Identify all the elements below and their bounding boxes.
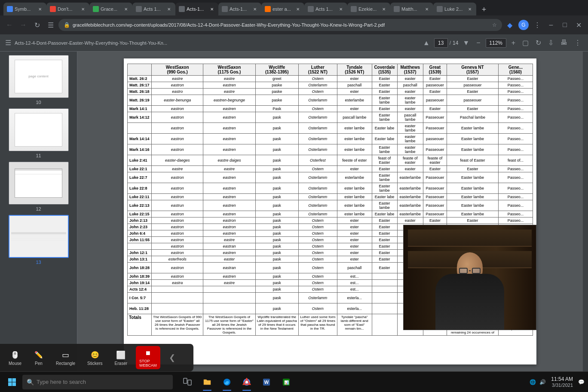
tab-close-6[interactable]: ✕ (252, 6, 258, 12)
taskbar-app-chrome[interactable] (237, 373, 256, 392)
fit-page-button[interactable]: ▢ (521, 38, 530, 48)
taskbar-search-box[interactable]: 🔍 Type here to search (22, 375, 173, 389)
tab-close-1[interactable]: ✕ (37, 6, 43, 12)
zoom-in-button[interactable]: + (510, 38, 517, 48)
taskbar-app-taskview[interactable] (178, 373, 197, 392)
tab-close-5[interactable]: ✕ (209, 6, 215, 12)
ws1175-cell: eastre daiges (203, 155, 255, 166)
tab-title-3: Grace... (101, 6, 121, 12)
gr-cell: Passeouer (423, 183, 447, 194)
zoom-out-button[interactable]: − (475, 38, 482, 48)
thumbnail-12[interactable]: 12 (3, 162, 74, 211)
gr-cell: Easter (423, 76, 447, 82)
taskbar-app-word[interactable]: W (257, 373, 276, 392)
ws990-cell: eastro (152, 89, 203, 95)
taskbar-app-other[interactable]: 📊 (277, 373, 296, 392)
windows-logo-icon (8, 378, 16, 386)
word-icon: W (262, 378, 271, 386)
tab-10[interactable]: Matth... ✕ (390, 3, 433, 15)
maximize-button[interactable]: □ (559, 19, 571, 31)
star-icon[interactable]: ☆ (492, 22, 497, 28)
taskbar-app-edge[interactable] (217, 373, 236, 392)
back-button[interactable]: ← (3, 19, 15, 31)
account-button[interactable]: G (518, 19, 530, 31)
notification-area[interactable]: 🌐 🔊 (530, 379, 546, 385)
zoom-input[interactable] (486, 38, 506, 48)
rotation-button[interactable]: ↻ (534, 38, 543, 48)
ma-cell: easterlambe (397, 183, 423, 194)
tab-close-2[interactable]: ✕ (80, 6, 86, 12)
sidebar-toggle-button[interactable]: ☰ (5, 39, 11, 47)
tab-7[interactable]: ester a... ✕ (261, 3, 304, 15)
tab-3[interactable]: Grace... ✕ (89, 3, 132, 15)
start-button[interactable] (3, 374, 21, 391)
scrollbar[interactable] (583, 52, 588, 371)
tab-5[interactable]: Acts-1... ✕ (175, 3, 218, 15)
totals-lu: Luther used some form of "Ostern" all 29… (298, 314, 337, 336)
reload-button[interactable]: ↻ (31, 19, 43, 31)
tab-4[interactable]: Acts 1... ✕ (132, 3, 175, 15)
tab-title-7: ester a... (273, 6, 293, 12)
tab-close-7[interactable]: ✕ (295, 6, 301, 12)
minimize-button[interactable]: – (545, 19, 557, 31)
gnt-cell: Easter (447, 89, 498, 95)
wy-cell: Pask (255, 106, 298, 112)
tab-close-8[interactable]: ✕ (338, 6, 344, 12)
tab-6[interactable]: Acts-1... ✕ (218, 3, 261, 15)
thumbnail-10[interactable]: page content 10 (3, 55, 74, 105)
tab-close-4[interactable]: ✕ (166, 6, 172, 12)
prev-page-button[interactable]: ▲ (421, 38, 432, 48)
table-row: Matt. 26:17 eastron eastren paske Osterl… (128, 82, 533, 89)
tab-close-10[interactable]: ✕ (424, 6, 430, 12)
co-cell: Easter (372, 263, 397, 273)
collapse-annotation-button[interactable]: ❮ (169, 353, 175, 362)
page-separator: / (450, 40, 451, 46)
pdf-page-container[interactable]: WestSaxon(990 Gos.) WestSaxon(1175 Gos.)… (77, 52, 583, 371)
wy-cell: pask (255, 211, 298, 217)
address-bar[interactable]: 🔒 gracelifebiblechurch.com/wp-content/up… (58, 19, 502, 31)
extensions-button[interactable]: ◆ (504, 19, 516, 31)
stop-webcam-button[interactable]: ⏹ STOPWEBCAM (136, 346, 160, 369)
ty-cell: ester (337, 76, 372, 82)
ws990-cell: eastron (152, 230, 203, 237)
page-number-input[interactable] (434, 38, 448, 48)
tab-favicon-6 (222, 6, 228, 12)
close-button[interactable]: ✕ (573, 19, 585, 31)
mouse-tool[interactable]: 🖱️ Mouse (5, 348, 25, 368)
co-cell: Easter (372, 76, 397, 82)
ws990-cell: eastron (152, 106, 203, 112)
taskbar-app-file-explorer[interactable] (198, 373, 217, 392)
tab-8[interactable]: Acts 1... ✕ (304, 3, 347, 15)
pen-tool[interactable]: ✏️ Pen (30, 348, 47, 368)
ref-cell: John 12:1 (128, 250, 152, 256)
home-button[interactable]: ☰ (45, 19, 57, 31)
tab-9[interactable]: Ezekie... ✕ (347, 3, 390, 15)
print-button[interactable]: 🖶 (559, 38, 569, 48)
tab-11[interactable]: Luke 2... ✕ (433, 3, 476, 15)
tab-2[interactable]: Don't... ✕ (46, 3, 89, 15)
stickers-tool[interactable]: 😊 Stickers (84, 348, 106, 368)
tab-close-9[interactable]: ✕ (381, 6, 387, 12)
tab-favicon-11 (437, 6, 443, 12)
rectangle-tool[interactable]: ▭ Rectangle (52, 348, 79, 368)
new-tab-button[interactable]: + (478, 3, 490, 15)
next-page-button[interactable]: ▼ (461, 38, 471, 48)
eraser-tool[interactable]: ⬜ Eraser (111, 348, 131, 368)
ty-cell: esterla... (337, 303, 372, 314)
download-button[interactable]: ⇩ (546, 38, 555, 48)
table-row: Matt. 26:18 eastro eastre paske Ostern e… (128, 89, 533, 95)
thumbnail-11[interactable]: 11 (3, 108, 74, 158)
taskbar-clock[interactable]: 11:54 AM 3/31/2021 (551, 376, 573, 388)
tab-1[interactable]: Symb... ✕ (3, 3, 46, 15)
more-options-button[interactable]: ⋮ (573, 38, 583, 48)
thumbnail-13[interactable]: 13 (3, 215, 74, 265)
action-center-button[interactable]: 💬 (578, 379, 585, 385)
ws990-cell: eastron (152, 144, 203, 155)
more-button[interactable]: ⋮ (531, 19, 543, 31)
tab-close-3[interactable]: ✕ (123, 6, 129, 12)
ws990-cell: eastre (152, 76, 203, 82)
lu-cell: Ostern (298, 237, 337, 243)
tab-close-11[interactable]: ✕ (467, 6, 473, 12)
ws990-cell: esterfreols (152, 256, 203, 263)
forward-button[interactable]: → (17, 19, 29, 31)
